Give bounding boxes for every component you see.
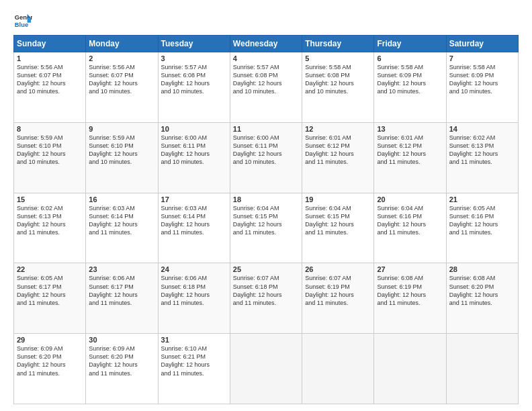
calendar-day-9: 9Sunrise: 5:59 AMSunset: 6:10 PMDaylight…: [86, 122, 158, 193]
day-number: 7: [449, 54, 515, 62]
day-number: 19: [305, 195, 371, 203]
day-number: 30: [89, 336, 154, 344]
calendar-day-2: 2Sunrise: 5:56 AMSunset: 6:07 PMDaylight…: [86, 52, 158, 123]
day-info: Sunrise: 6:08 AMSunset: 6:20 PMDaylight:…: [449, 274, 515, 307]
calendar-day-27: 27Sunrise: 6:08 AMSunset: 6:19 PMDayligh…: [374, 263, 446, 334]
header: General Blue: [13, 11, 519, 30]
day-info: Sunrise: 6:00 AMSunset: 6:11 PMDaylight:…: [161, 134, 227, 167]
calendar-day-23: 23Sunrise: 6:06 AMSunset: 6:17 PMDayligh…: [86, 263, 158, 334]
day-info: Sunrise: 6:09 AMSunset: 6:20 PMDaylight:…: [17, 345, 83, 377]
day-info: Sunrise: 6:05 AMSunset: 6:17 PMDaylight:…: [17, 274, 83, 307]
calendar-day-11: 11Sunrise: 6:00 AMSunset: 6:11 PMDayligh…: [230, 122, 302, 193]
day-info: Sunrise: 5:58 AMSunset: 6:09 PMDaylight:…: [377, 63, 443, 96]
day-info: Sunrise: 6:10 AMSunset: 6:21 PMDaylight:…: [161, 345, 227, 377]
day-number: 5: [305, 54, 371, 62]
day-number: 17: [161, 195, 227, 203]
calendar-day-4: 4Sunrise: 5:57 AMSunset: 6:08 PMDaylight…: [230, 52, 302, 123]
calendar-day-12: 12Sunrise: 6:01 AMSunset: 6:12 PMDayligh…: [302, 122, 374, 193]
calendar-day-18: 18Sunrise: 6:04 AMSunset: 6:15 PMDayligh…: [230, 193, 302, 263]
day-number: 31: [161, 336, 227, 344]
header-sunday: Sunday: [14, 36, 86, 52]
calendar-day-1: 1Sunrise: 5:56 AMSunset: 6:07 PMDaylight…: [14, 52, 86, 123]
header-wednesday: Wednesday: [230, 36, 302, 52]
calendar-day-empty: [374, 334, 446, 404]
day-number: 3: [161, 54, 227, 62]
day-info: Sunrise: 5:56 AMSunset: 6:07 PMDaylight:…: [89, 63, 154, 96]
day-info: Sunrise: 6:08 AMSunset: 6:19 PMDaylight:…: [377, 274, 443, 307]
calendar-day-empty: [230, 334, 302, 404]
day-number: 23: [89, 265, 154, 273]
page: General Blue SundayMondayTuesdayWednesda…: [0, 0, 532, 411]
calendar-day-14: 14Sunrise: 6:02 AMSunset: 6:13 PMDayligh…: [446, 122, 518, 193]
day-number: 24: [161, 265, 227, 273]
calendar-day-3: 3Sunrise: 5:57 AMSunset: 6:08 PMDaylight…: [158, 52, 230, 123]
header-saturday: Saturday: [446, 36, 518, 52]
day-info: Sunrise: 6:01 AMSunset: 6:12 PMDaylight:…: [377, 134, 443, 167]
calendar-day-17: 17Sunrise: 6:03 AMSunset: 6:14 PMDayligh…: [158, 193, 230, 263]
calendar-day-26: 26Sunrise: 6:07 AMSunset: 6:19 PMDayligh…: [302, 263, 374, 334]
day-info: Sunrise: 6:09 AMSunset: 6:20 PMDaylight:…: [89, 345, 154, 377]
day-info: Sunrise: 5:59 AMSunset: 6:10 PMDaylight:…: [89, 134, 154, 167]
day-info: Sunrise: 6:02 AMSunset: 6:13 PMDaylight:…: [449, 134, 515, 167]
calendar-day-29: 29Sunrise: 6:09 AMSunset: 6:20 PMDayligh…: [14, 334, 86, 404]
day-number: 1: [17, 54, 83, 62]
day-info: Sunrise: 5:56 AMSunset: 6:07 PMDaylight:…: [17, 63, 83, 96]
header-friday: Friday: [374, 36, 446, 52]
calendar-day-5: 5Sunrise: 5:58 AMSunset: 6:08 PMDaylight…: [302, 52, 374, 123]
calendar-week-4: 22Sunrise: 6:05 AMSunset: 6:17 PMDayligh…: [14, 263, 519, 334]
header-monday: Monday: [86, 36, 158, 52]
calendar-week-5: 29Sunrise: 6:09 AMSunset: 6:20 PMDayligh…: [14, 334, 519, 404]
day-number: 14: [449, 125, 515, 133]
day-info: Sunrise: 6:06 AMSunset: 6:18 PMDaylight:…: [161, 274, 227, 307]
day-number: 28: [449, 265, 515, 273]
calendar-day-13: 13Sunrise: 6:01 AMSunset: 6:12 PMDayligh…: [374, 122, 446, 193]
day-info: Sunrise: 6:06 AMSunset: 6:17 PMDaylight:…: [89, 274, 154, 307]
calendar-day-20: 20Sunrise: 6:04 AMSunset: 6:16 PMDayligh…: [374, 193, 446, 263]
day-info: Sunrise: 5:58 AMSunset: 6:08 PMDaylight:…: [305, 63, 371, 96]
day-info: Sunrise: 6:00 AMSunset: 6:11 PMDaylight:…: [233, 134, 299, 167]
day-info: Sunrise: 6:04 AMSunset: 6:16 PMDaylight:…: [377, 204, 443, 237]
calendar-day-10: 10Sunrise: 6:00 AMSunset: 6:11 PMDayligh…: [158, 122, 230, 193]
day-info: Sunrise: 6:04 AMSunset: 6:15 PMDaylight:…: [305, 204, 371, 237]
calendar-day-8: 8Sunrise: 5:59 AMSunset: 6:10 PMDaylight…: [14, 122, 86, 193]
day-info: Sunrise: 5:57 AMSunset: 6:08 PMDaylight:…: [233, 63, 299, 96]
day-info: Sunrise: 6:03 AMSunset: 6:14 PMDaylight:…: [161, 204, 227, 237]
calendar-week-2: 8Sunrise: 5:59 AMSunset: 6:10 PMDaylight…: [14, 122, 519, 193]
day-number: 15: [17, 195, 83, 203]
day-info: Sunrise: 6:07 AMSunset: 6:18 PMDaylight:…: [233, 274, 299, 307]
calendar-day-21: 21Sunrise: 6:05 AMSunset: 6:16 PMDayligh…: [446, 193, 518, 263]
day-number: 10: [161, 125, 227, 133]
calendar-day-16: 16Sunrise: 6:03 AMSunset: 6:14 PMDayligh…: [86, 193, 158, 263]
day-number: 21: [449, 195, 515, 203]
calendar-day-28: 28Sunrise: 6:08 AMSunset: 6:20 PMDayligh…: [446, 263, 518, 334]
day-number: 11: [233, 125, 299, 133]
day-number: 16: [89, 195, 154, 203]
calendar-day-25: 25Sunrise: 6:07 AMSunset: 6:18 PMDayligh…: [230, 263, 302, 334]
day-info: Sunrise: 5:59 AMSunset: 6:10 PMDaylight:…: [17, 134, 83, 167]
day-info: Sunrise: 6:03 AMSunset: 6:14 PMDaylight:…: [89, 204, 154, 237]
day-number: 8: [17, 125, 83, 133]
day-number: 20: [377, 195, 443, 203]
calendar-week-1: 1Sunrise: 5:56 AMSunset: 6:07 PMDaylight…: [14, 52, 519, 123]
day-info: Sunrise: 6:04 AMSunset: 6:15 PMDaylight:…: [233, 204, 299, 237]
day-info: Sunrise: 5:57 AMSunset: 6:08 PMDaylight:…: [161, 63, 227, 96]
calendar-day-7: 7Sunrise: 5:58 AMSunset: 6:09 PMDaylight…: [446, 52, 518, 123]
calendar-day-19: 19Sunrise: 6:04 AMSunset: 6:15 PMDayligh…: [302, 193, 374, 263]
day-number: 26: [305, 265, 371, 273]
day-info: Sunrise: 6:07 AMSunset: 6:19 PMDaylight:…: [305, 274, 371, 307]
svg-marker-3: [28, 18, 32, 23]
calendar-day-empty: [446, 334, 518, 404]
calendar-day-6: 6Sunrise: 5:58 AMSunset: 6:09 PMDaylight…: [374, 52, 446, 123]
day-number: 27: [377, 265, 443, 273]
day-info: Sunrise: 5:58 AMSunset: 6:09 PMDaylight:…: [449, 63, 515, 96]
day-number: 9: [89, 125, 154, 133]
header-thursday: Thursday: [302, 36, 374, 52]
calendar-day-empty: [302, 334, 374, 404]
day-number: 2: [89, 54, 154, 62]
day-number: 13: [377, 125, 443, 133]
day-number: 25: [233, 265, 299, 273]
day-info: Sunrise: 6:05 AMSunset: 6:16 PMDaylight:…: [449, 204, 515, 237]
calendar-day-31: 31Sunrise: 6:10 AMSunset: 6:21 PMDayligh…: [158, 334, 230, 404]
calendar-day-30: 30Sunrise: 6:09 AMSunset: 6:20 PMDayligh…: [86, 334, 158, 404]
day-info: Sunrise: 6:01 AMSunset: 6:12 PMDaylight:…: [305, 134, 371, 167]
